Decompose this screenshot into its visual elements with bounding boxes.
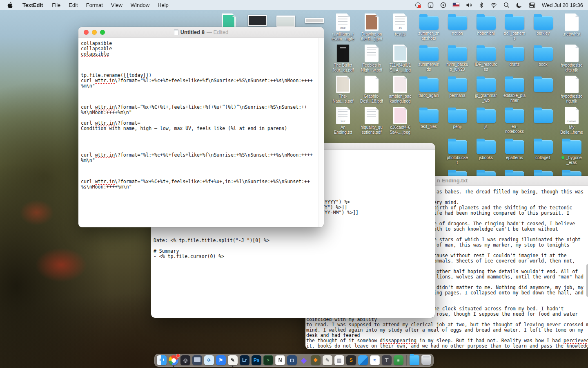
file-icon bbox=[565, 76, 579, 93]
desktop-icon-label: hypothesise dits.njk bbox=[552, 63, 588, 73]
file-icon bbox=[534, 109, 553, 123]
traffic-lights bbox=[84, 30, 105, 35]
photoshop[interactable]: Ps bbox=[252, 355, 261, 365]
menu-clock[interactable]: Wed Jul 20 19:36 bbox=[542, 2, 583, 8]
file[interactable]: .netrwhist bbox=[552, 13, 588, 37]
file-icon bbox=[365, 107, 379, 124]
file-icon bbox=[565, 45, 579, 62]
file-theme[interactable]: THEME My Belie...heme bbox=[552, 107, 588, 135]
trash[interactable] bbox=[421, 355, 431, 365]
paper-plane-app[interactable]: ✈ bbox=[204, 355, 214, 365]
file-icon bbox=[419, 109, 439, 123]
downloads-folder[interactable] bbox=[410, 355, 419, 365]
window-untitled-8[interactable]: Untitled 8 — Edited collapsiblecollapsab… bbox=[78, 27, 324, 227]
menu-item[interactable]: Edit bbox=[65, 2, 82, 8]
file[interactable]: hypothesise dits.njk bbox=[552, 45, 588, 73]
scrollbar-track[interactable] bbox=[318, 38, 323, 227]
desktop-icon-label: _bygone _eras bbox=[552, 155, 588, 165]
notebook-app[interactable]: ▤ bbox=[334, 355, 344, 365]
menu-item[interactable]: View bbox=[107, 2, 127, 8]
file-icon: PDF bbox=[336, 13, 350, 31]
file-icon bbox=[336, 76, 350, 93]
file-icon bbox=[248, 15, 267, 26]
file-icon bbox=[505, 140, 524, 154]
desktop-icon-label: en- notebooks bbox=[495, 124, 534, 134]
file-icon bbox=[305, 18, 324, 23]
pin-app[interactable]: ⊤ bbox=[382, 355, 392, 365]
file-icon: TXT bbox=[336, 107, 350, 124]
file-icon bbox=[448, 47, 467, 61]
file-icon bbox=[477, 78, 496, 92]
document-text[interactable]: as babes. The dread filled my being, tho… bbox=[434, 189, 584, 317]
notification-badge bbox=[176, 354, 180, 357]
bluetooth-icon[interactable] bbox=[479, 2, 484, 8]
craft-app[interactable]: ◻ bbox=[287, 355, 297, 365]
text-editor-area[interactable]: collapsiblecollapsablecolapsibletp.file.… bbox=[78, 38, 324, 227]
lightroom[interactable]: Lr bbox=[240, 355, 249, 365]
control-center-icon[interactable] bbox=[529, 2, 535, 8]
apple-menu[interactable] bbox=[5, 2, 15, 8]
bookmark-app[interactable]: ⚑ bbox=[216, 355, 226, 365]
menu-app-name[interactable]: TextEdit bbox=[18, 2, 47, 8]
minimize-button[interactable] bbox=[92, 30, 97, 35]
zoom-button[interactable] bbox=[100, 30, 105, 35]
file-icon bbox=[477, 47, 496, 61]
camera-spiral-app[interactable]: ◎ bbox=[180, 355, 190, 365]
volume-icon[interactable] bbox=[466, 2, 472, 8]
menu-item[interactable]: Help bbox=[154, 2, 173, 8]
file-icon bbox=[534, 78, 553, 92]
desktop-icon-label: editable_pla nner bbox=[495, 93, 534, 103]
close-button[interactable] bbox=[84, 30, 89, 35]
screen-record-icon[interactable] bbox=[415, 2, 421, 8]
file-type-badge: PDF bbox=[340, 27, 347, 29]
asterisk-app[interactable]: ✱ bbox=[311, 355, 321, 365]
menu-item[interactable]: Format bbox=[82, 2, 107, 8]
file-icon bbox=[534, 140, 553, 154]
display-app[interactable] bbox=[192, 355, 202, 365]
chrome[interactable] bbox=[169, 355, 178, 365]
play-circle-icon[interactable] bbox=[440, 2, 446, 8]
us-flag-input-icon[interactable] bbox=[453, 3, 459, 7]
menu-item[interactable]: File bbox=[48, 2, 65, 8]
spotlight-icon[interactable] bbox=[503, 2, 510, 8]
menu-item[interactable]: Window bbox=[127, 2, 154, 8]
focus-moon-icon[interactable] bbox=[516, 2, 522, 8]
menu-items: FileEditFormatViewWindowHelp bbox=[48, 2, 172, 8]
window-title: n Ending.txt bbox=[437, 177, 468, 184]
file-icon bbox=[337, 45, 349, 62]
file-icon bbox=[448, 140, 467, 154]
file-icon bbox=[562, 140, 581, 154]
document-text[interactable]: YYYY") %>YY") %>]]YYY-MM") %>]] bbox=[322, 200, 359, 215]
draft-pencil-app[interactable]: ✎ bbox=[228, 355, 238, 365]
file[interactable]: hypothesiso rig.njk bbox=[552, 76, 588, 104]
file-icon bbox=[505, 47, 524, 61]
document-proxy-icon[interactable] bbox=[174, 29, 178, 35]
kanji-app[interactable]: ≡ bbox=[394, 355, 403, 365]
file-icon bbox=[477, 109, 496, 123]
file-icon bbox=[448, 16, 467, 30]
dock-divider[interactable] bbox=[406, 355, 407, 366]
file-icon bbox=[505, 16, 524, 30]
menu-bar: TextEdit FileEditFormatViewWindowHelp bbox=[0, 0, 588, 10]
notion[interactable]: N bbox=[275, 355, 285, 365]
screen-mirror-icon[interactable] bbox=[428, 2, 434, 8]
document-text[interactable]: coincided with my abilityto read. I was … bbox=[306, 317, 588, 349]
vscode[interactable] bbox=[358, 355, 368, 365]
pencil-app[interactable]: ✎ bbox=[323, 355, 332, 365]
scrollbar-thumb[interactable] bbox=[586, 264, 588, 297]
window-titlebar[interactable]: Untitled 8 — Edited bbox=[78, 27, 324, 38]
file-icon bbox=[419, 78, 439, 92]
wifi-icon[interactable] bbox=[490, 2, 497, 8]
file-type-badge: JS bbox=[398, 27, 403, 29]
terminal[interactable]: > bbox=[263, 355, 273, 365]
obsidian[interactable]: ◆ bbox=[299, 355, 309, 365]
dock: ◎ ✈ ⚑ ✎ Lr Ps > bbox=[154, 354, 434, 367]
wing-app[interactable]: ≈ bbox=[370, 355, 380, 365]
folder[interactable]: _bygone _eras bbox=[552, 138, 588, 165]
finder[interactable] bbox=[157, 355, 167, 365]
sublime-text[interactable]: S bbox=[346, 355, 356, 365]
file-icon bbox=[505, 78, 524, 92]
file-icon bbox=[365, 76, 379, 93]
file-icon bbox=[365, 13, 379, 31]
document-text[interactable]: Date: <% tp.file.title.split("-J ")[0] %… bbox=[154, 238, 270, 259]
